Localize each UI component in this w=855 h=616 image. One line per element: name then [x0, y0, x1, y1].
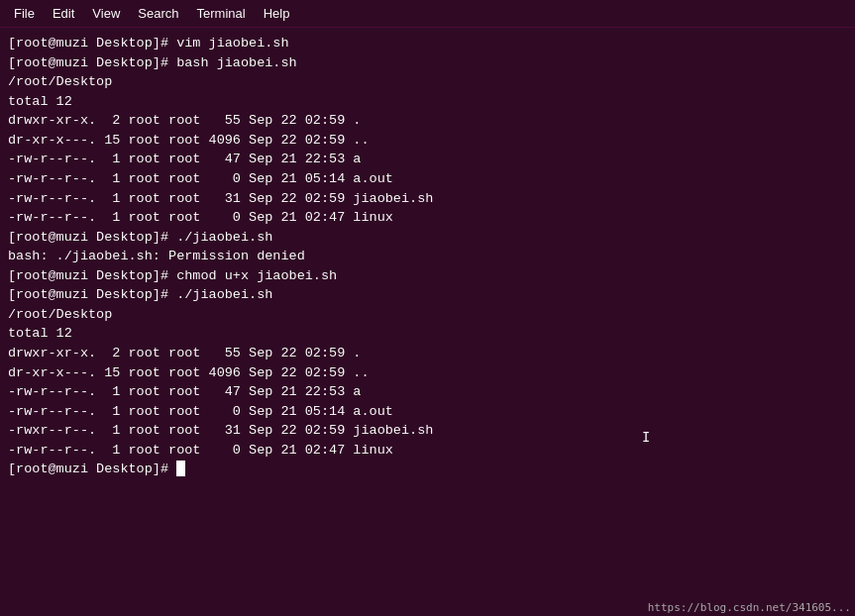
watermark: https://blog.csdn.net/341605...: [648, 601, 851, 614]
menu-view[interactable]: View: [84, 4, 128, 23]
menubar: File Edit View Search Terminal Help: [0, 0, 855, 28]
menu-search[interactable]: Search: [130, 4, 186, 23]
menu-edit[interactable]: Edit: [45, 4, 82, 23]
terminal-window: File Edit View Search Terminal Help [roo…: [0, 0, 855, 616]
terminal-output: [root@muzi Desktop]# vim jiaobei.sh [roo…: [8, 34, 847, 479]
menu-terminal[interactable]: Terminal: [189, 4, 254, 23]
menu-file[interactable]: File: [6, 4, 43, 23]
terminal-body[interactable]: [root@muzi Desktop]# vim jiaobei.sh [roo…: [0, 28, 855, 616]
menu-help[interactable]: Help: [256, 4, 298, 23]
